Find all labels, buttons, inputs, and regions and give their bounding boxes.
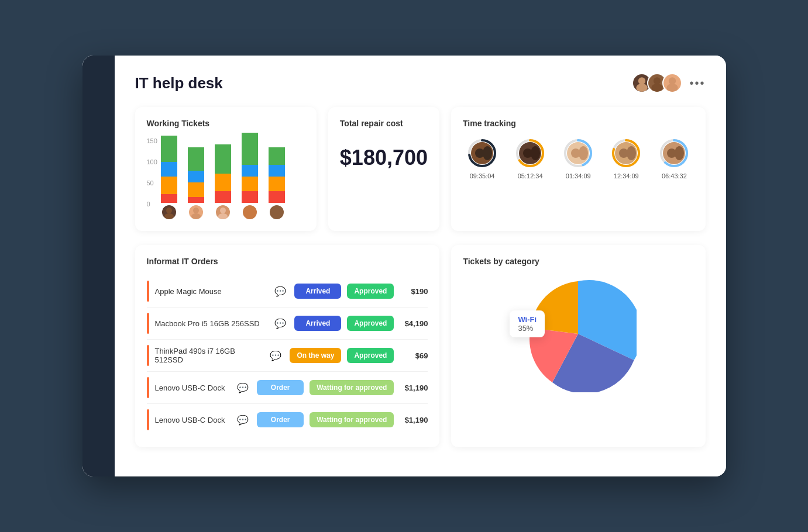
bar-avatar-5 [270, 205, 284, 219]
time-circle-2 [514, 137, 546, 169]
bar-stack-2 [188, 133, 204, 203]
chat-icon-5: 💬 [237, 414, 249, 426]
bar-stack-3 [215, 133, 231, 203]
order-indicator-5 [147, 409, 149, 430]
chart-container: 150 100 50 0 [147, 137, 305, 219]
sidebar [82, 56, 115, 476]
chat-icon-2: 💬 [274, 318, 286, 329]
svg-point-8 [193, 208, 199, 213]
time-circle-3 [562, 137, 594, 169]
bar-group-3 [215, 133, 231, 219]
svg-point-10 [220, 208, 226, 213]
bar-group-4 [242, 133, 258, 219]
working-tickets-card: Working Tickets 150 100 50 0 [135, 107, 317, 231]
it-orders-title: Informat IT Orders [147, 257, 428, 266]
header-right: ••• [632, 73, 705, 93]
bar-group-5 [269, 133, 285, 219]
svg-point-15 [272, 213, 281, 219]
bar-seg-green-5 [269, 147, 285, 165]
time-label-1: 09:35:04 [470, 172, 495, 179]
svg-point-5 [667, 84, 678, 92]
it-orders-card: Informat IT Orders Apple Magic Mouse 💬 A… [135, 245, 440, 447]
bar-group-1 [161, 133, 177, 219]
status1-btn-5[interactable]: Order [257, 412, 304, 427]
time-label-2: 05:12:34 [518, 172, 543, 179]
bar-avatar-1 [162, 205, 176, 219]
y-label-50: 50 [147, 179, 157, 186]
y-label-100: 100 [147, 158, 157, 165]
status1-btn-4[interactable]: Order [257, 380, 304, 395]
order-price-5: $1,190 [400, 416, 428, 424]
status2-btn-3[interactable]: Approved [347, 348, 394, 363]
chat-icon-3: 💬 [270, 350, 281, 361]
bar-seg-orange-2 [188, 182, 204, 197]
time-person-5: 06:43:32 [658, 137, 690, 179]
order-price-2: $4,190 [400, 319, 428, 328]
total-cost-value: $180,700 [340, 146, 428, 170]
order-price-3: $69 [400, 351, 428, 360]
svg-point-14 [274, 208, 280, 213]
chart-area [161, 137, 285, 219]
time-person-2: 05:12:34 [514, 137, 546, 179]
time-person-1: 09:35:04 [466, 137, 498, 179]
svg-point-31 [627, 146, 636, 160]
order-indicator-3 [147, 345, 149, 366]
bar-stack-5 [269, 133, 285, 203]
page-title: IT help desk [135, 74, 223, 92]
order-row-2: Macbook Pro i5 16GB 256SSD 💬 Arrived App… [147, 308, 428, 340]
time-tracking-card: Time tracking 09:35: [451, 107, 706, 231]
bar-seg-green-4 [242, 133, 258, 165]
time-label-5: 06:43:32 [662, 172, 687, 179]
svg-point-27 [579, 146, 588, 160]
time-circle-5 [658, 137, 690, 169]
bar-seg-green-2 [188, 147, 204, 171]
status2-btn-5[interactable]: Watting for approved [310, 412, 394, 427]
bar-group-2 [188, 133, 204, 219]
bar-avatar-4 [243, 205, 257, 219]
svg-point-19 [483, 146, 492, 160]
bar-seg-red-1 [161, 194, 177, 203]
time-person-3: 01:34:09 [562, 137, 594, 179]
order-name-1: Apple Magic Mouse [155, 287, 269, 296]
y-label-0: 0 [147, 201, 157, 208]
svg-point-7 [164, 213, 174, 219]
time-tracking-grid: 09:35:04 05:12:34 [463, 137, 694, 179]
order-name-5: Lenovo USB-C Dock [155, 416, 232, 424]
tooltip-label: Wi-Fi [518, 315, 537, 324]
bar-seg-blue-4 [242, 165, 258, 177]
svg-point-11 [218, 213, 228, 219]
status1-btn-1[interactable]: Arrived [294, 284, 341, 299]
status2-btn-2[interactable]: Approved [347, 316, 394, 331]
bar-avatar-2 [189, 205, 203, 219]
bar-seg-orange-3 [215, 174, 231, 191]
tooltip-value: 35% [518, 324, 537, 333]
svg-point-23 [531, 146, 540, 160]
order-indicator-1 [147, 281, 149, 302]
time-person-4: 12:34:09 [610, 137, 642, 179]
chat-icon-4: 💬 [237, 382, 249, 393]
tickets-category-title: Tickets by category [463, 257, 693, 266]
svg-point-3 [652, 84, 663, 92]
bar-seg-green-3 [215, 144, 231, 174]
status1-btn-2[interactable]: Arrived [294, 316, 341, 331]
chart-y-labels: 150 100 50 0 [147, 137, 157, 208]
svg-point-2 [654, 77, 661, 84]
more-button[interactable]: ••• [689, 77, 705, 90]
bar-seg-blue-1 [161, 162, 177, 177]
bar-avatar-3 [216, 205, 230, 219]
status1-btn-3[interactable]: On the way [290, 348, 341, 363]
category-tooltip: Wi-Fi 35% [510, 310, 545, 337]
order-name-4: Lenovo USB-C Dock [155, 384, 232, 392]
status2-btn-1[interactable]: Approved [347, 284, 394, 299]
working-tickets-title: Working Tickets [147, 119, 305, 128]
status2-btn-4[interactable]: Watting for approved [310, 380, 394, 395]
top-cards: Working Tickets 150 100 50 0 [135, 107, 706, 231]
total-repair-title: Total repair cost [340, 119, 428, 128]
order-price-4: $1,190 [400, 384, 428, 392]
avatar-3 [662, 73, 682, 93]
bottom-cards: Informat IT Orders Apple Magic Mouse 💬 A… [135, 245, 706, 447]
bar-seg-blue-2 [188, 171, 204, 182]
order-name-2: Macbook Pro i5 16GB 256SSD [155, 319, 269, 328]
bar-seg-orange-5 [269, 177, 285, 191]
time-label-3: 01:34:09 [566, 172, 591, 179]
